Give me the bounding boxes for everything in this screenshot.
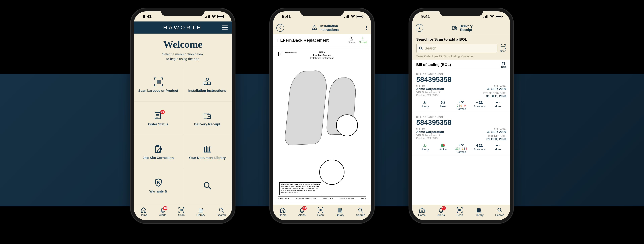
scan-icon [318,207,324,213]
share-button[interactable]: Share [348,37,355,44]
bol-card[interactable]: BILL OF LADING (BOL) 584395358 SHIP TO: … [412,113,510,156]
welcome-block: Welcome Select a menu option below to be… [134,34,232,68]
nav-alerts[interactable]: 10 Alerts [159,207,166,217]
welcome-title: Welcome [137,39,228,50]
tool-cartons[interactable]: 272 0 | 0 | 0 Cartons [453,100,470,111]
menu-search[interactable] [183,169,232,202]
menu-installation[interactable]: Installation Instructions [183,68,232,102]
nav-alerts[interactable]: 10Alerts [298,207,306,217]
tool-status-active[interactable]: Active [434,143,452,154]
nav-home[interactable]: Home [140,207,147,217]
more-icon [496,100,500,105]
nav-home[interactable]: Home [279,207,286,217]
header-title-1: Delivery [460,24,472,28]
app-header: HAWORTH [134,22,232,34]
search-helper: Sales Order Lynx ID, Bill of Lading, Cus… [416,55,506,58]
nav-search[interactable]: Search [495,207,504,217]
search-placeholder: Search [425,46,436,51]
signal-icon [484,15,488,18]
ship-to-name: Acme Corporation [416,130,444,134]
menu-label: Job Site Correction [143,156,174,160]
page-header: Delivery Receipt [412,22,510,34]
tool-library[interactable]: Library [416,143,433,154]
order-status-icon: 10 [154,111,163,120]
menu-scan-barcode[interactable]: Scan barcode or Product [134,68,183,102]
nav-library[interactable]: Library [475,207,484,217]
header-title-1: Installation [320,24,338,28]
welcome-sub-2: to begin using the app [137,57,228,61]
library-icon [198,207,204,213]
svg-point-8 [219,208,222,211]
svg-point-19 [479,144,480,145]
document-viewer[interactable]: FERN Lumbar Service Installation Instruc… [273,46,371,205]
menu-delivery-receipt[interactable]: Delivery Receipt [183,102,232,135]
tool-scanners[interactable]: + Scanners [471,100,488,111]
tool-scanners[interactable]: 4 Scanners [471,143,488,154]
search-hint: Search or Scan to add a BOL [416,37,506,42]
bol-list[interactable]: BILL OF LADING (BOL) 584395358 SHIP TO: … [412,70,510,205]
back-button[interactable] [416,24,423,32]
active-status-icon [441,143,445,148]
bottom-nav: Home 10Alerts Scan Library Search [273,205,371,220]
document-title: I.I.,Fern,Back Replacement [278,38,328,43]
menu-order-status[interactable]: 10 Order Status [134,102,183,135]
svg-point-9 [314,25,315,27]
svg-point-7 [204,183,209,187]
page-number: 1 [278,52,283,56]
nav-scan[interactable]: Scan [178,207,185,217]
saved-indicator[interactable]: Saved [359,37,366,44]
home-icon [280,207,286,213]
svg-point-17 [481,101,482,103]
battery-icon [356,15,363,18]
nav-scan[interactable]: Scan [317,207,324,217]
home-icon [419,207,425,213]
phone-delivery: 9:41 Delivery Receipt [409,9,513,223]
tool-library[interactable]: Library [416,100,433,111]
svg-point-20 [481,144,482,145]
battery-icon [217,15,224,18]
nav-alerts[interactable]: 10Alerts [438,207,445,217]
bol-card[interactable]: BILL OF LADING (BOL) 584395358 SHIP TO: … [412,70,510,113]
sort-button[interactable]: Sort [501,61,506,68]
svg-point-6 [158,181,159,183]
nav-home[interactable]: Home [418,207,426,217]
library-icon [202,144,212,154]
menu-warranty[interactable]: Warranty & [134,169,183,202]
library-icon [476,207,482,213]
nav-library[interactable]: Library [196,207,205,217]
section-title: Bill of Lading (BOL) [416,63,451,67]
menu-document-library[interactable]: Your Document Library [183,135,232,169]
nav-library[interactable]: Library [336,207,344,217]
tool-cartons[interactable]: 272 263 | 1 | 8 Cartons [453,143,470,154]
scan-button[interactable]: Scan [500,44,506,53]
header-title-2: Receipt [460,28,472,32]
phone-installation: 9:41 Installation Instruct [270,9,374,223]
nav-search[interactable]: Search [217,207,226,217]
menu-icon[interactable] [222,26,228,30]
delivery-icon [452,25,458,31]
new-status-icon [441,100,445,105]
more-icon[interactable] [366,26,368,30]
ship-to-name: Acme Corporation [416,87,444,91]
manual-icon [202,77,212,87]
download-icon [422,100,427,105]
battery-icon [496,15,502,18]
welcome-sub-1: Select a menu option below [137,52,228,57]
delivery-icon [202,111,212,120]
nav-search[interactable]: Search [356,207,365,217]
back-button[interactable] [276,24,284,32]
tool-more[interactable]: More [489,100,506,111]
search-input[interactable]: Search [416,44,498,53]
alert-badge: 10 [302,206,306,210]
menu-jobsite-correction[interactable]: Job Site Correction [134,135,183,169]
menu-label: Scan barcode or Product [138,89,178,93]
barcode-icon [154,77,163,87]
nav-scan[interactable]: Scan [456,207,463,217]
tool-more[interactable]: More [489,143,506,154]
users-icon [478,144,483,147]
bol-number: 584395358 [416,76,506,84]
wifi-icon [490,15,494,18]
search-icon [358,207,364,213]
tool-status-new[interactable]: New [434,100,452,111]
library-icon [337,207,343,213]
